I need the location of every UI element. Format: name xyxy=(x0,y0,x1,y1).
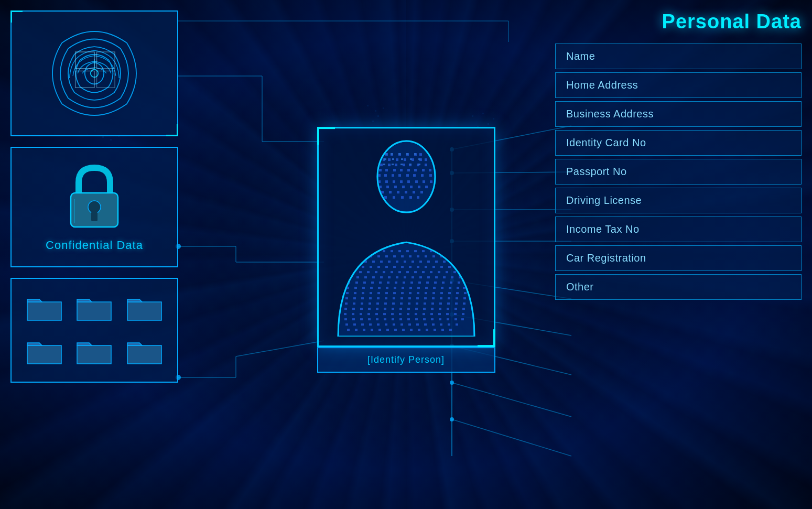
svg-rect-343 xyxy=(363,329,365,331)
lock-icon xyxy=(63,163,126,231)
svg-rect-86 xyxy=(407,169,410,171)
svg-rect-176 xyxy=(398,271,401,273)
svg-rect-75 xyxy=(380,164,383,166)
svg-rect-252 xyxy=(393,297,395,299)
data-item-other: Other xyxy=(555,274,802,300)
svg-rect-161 xyxy=(385,266,388,268)
data-item-passport: Passport No xyxy=(555,159,802,185)
svg-rect-342 xyxy=(355,329,358,331)
svg-rect-87 xyxy=(414,169,417,171)
svg-rect-58 xyxy=(91,212,98,221)
svg-rect-289 xyxy=(431,308,434,310)
svg-rect-89 xyxy=(429,169,431,171)
svg-rect-224 xyxy=(425,287,428,289)
svg-rect-105 xyxy=(430,180,432,183)
svg-rect-216 xyxy=(362,287,365,289)
svg-rect-157 xyxy=(354,266,356,268)
svg-rect-366 xyxy=(392,164,394,165)
svg-rect-180 xyxy=(430,271,432,273)
svg-rect-356 xyxy=(391,153,393,155)
svg-rect-126 xyxy=(383,250,385,252)
svg-rect-339 xyxy=(448,323,450,326)
svg-rect-188 xyxy=(380,276,383,278)
svg-rect-247 xyxy=(353,297,356,299)
svg-rect-363 xyxy=(410,158,412,160)
svg-rect-164 xyxy=(409,266,412,268)
svg-rect-102 xyxy=(407,180,410,183)
svg-rect-265 xyxy=(369,302,371,305)
svg-rect-70 xyxy=(396,158,398,161)
svg-rect-321 xyxy=(431,318,434,320)
svg-rect-201 xyxy=(363,281,366,284)
svg-rect-139 xyxy=(401,255,404,257)
svg-rect-179 xyxy=(422,271,425,273)
svg-rect-108 xyxy=(394,186,397,188)
svg-rect-368 xyxy=(409,164,412,165)
svg-rect-194 xyxy=(427,276,430,278)
svg-rect-112 xyxy=(425,186,428,188)
svg-rect-225 xyxy=(433,287,436,289)
svg-rect-185 xyxy=(356,276,359,278)
svg-rect-200 xyxy=(355,281,358,284)
svg-rect-249 xyxy=(369,297,372,299)
svg-rect-256 xyxy=(424,297,427,299)
data-item-car-registration: Car Registration xyxy=(555,245,802,271)
svg-rect-359 xyxy=(414,153,416,155)
svg-rect-172 xyxy=(367,271,370,273)
svg-rect-346 xyxy=(386,329,389,331)
svg-rect-159 xyxy=(370,266,372,268)
right-panel: Personal Data Name Home Address Business… xyxy=(555,10,802,303)
svg-rect-67 xyxy=(419,153,422,156)
svg-rect-319 xyxy=(415,318,418,320)
svg-rect-313 xyxy=(368,318,371,320)
svg-rect-222 xyxy=(409,287,412,289)
svg-rect-318 xyxy=(407,318,410,320)
svg-rect-242 xyxy=(440,292,443,294)
svg-rect-162 xyxy=(393,266,396,268)
data-item-name: Name xyxy=(555,44,802,69)
svg-rect-243 xyxy=(448,292,451,294)
svg-rect-306 xyxy=(438,313,441,315)
svg-rect-104 xyxy=(423,180,425,183)
svg-rect-131 xyxy=(422,250,425,252)
svg-rect-219 xyxy=(386,287,388,289)
svg-rect-174 xyxy=(383,271,385,273)
svg-rect-348 xyxy=(402,329,405,331)
svg-rect-232 xyxy=(362,292,364,294)
svg-rect-358 xyxy=(406,153,408,155)
svg-rect-192 xyxy=(412,276,414,278)
svg-rect-286 xyxy=(407,308,410,310)
svg-rect-96 xyxy=(421,174,424,177)
svg-rect-338 xyxy=(440,323,442,326)
svg-rect-304 xyxy=(423,313,425,315)
identify-bar: [Identify Person] xyxy=(317,347,495,373)
svg-rect-228 xyxy=(457,287,459,289)
svg-rect-333 xyxy=(400,323,403,326)
svg-rect-340 xyxy=(456,323,458,326)
svg-rect-326 xyxy=(345,323,348,326)
confidential-label: Confidential Data xyxy=(46,239,143,252)
svg-rect-208 xyxy=(418,281,421,284)
svg-rect-300 xyxy=(391,313,394,315)
svg-rect-288 xyxy=(423,308,426,310)
svg-rect-245 xyxy=(464,292,467,294)
svg-rect-193 xyxy=(419,276,422,278)
svg-rect-177 xyxy=(406,271,409,273)
data-item-business-address: Business Address xyxy=(555,101,802,127)
svg-rect-137 xyxy=(385,255,388,257)
svg-rect-331 xyxy=(385,323,387,326)
svg-rect-100 xyxy=(393,180,395,183)
svg-rect-150 xyxy=(396,261,398,263)
svg-rect-258 xyxy=(440,297,442,299)
person-card xyxy=(317,127,495,347)
svg-rect-268 xyxy=(392,302,395,305)
svg-rect-227 xyxy=(449,287,451,289)
svg-rect-85 xyxy=(400,169,403,171)
svg-rect-124 xyxy=(367,250,370,252)
svg-rect-362 xyxy=(401,158,403,160)
svg-rect-296 xyxy=(360,313,362,315)
svg-rect-82 xyxy=(379,169,382,171)
svg-rect-154 xyxy=(427,261,430,263)
svg-rect-223 xyxy=(417,287,420,289)
svg-rect-136 xyxy=(377,255,380,257)
